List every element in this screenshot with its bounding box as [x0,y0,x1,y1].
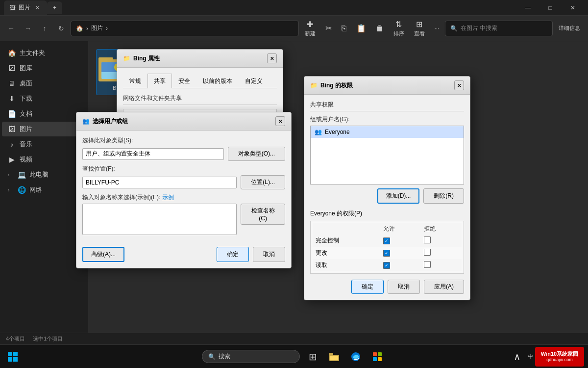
new-tab-btn[interactable]: + [47,1,62,14]
perm-change-deny[interactable] [421,247,462,259]
group-label: 组或用户名(G): [310,115,464,124]
tab-pictures[interactable]: 🖼 图片 ✕ [4,0,47,15]
add-user-btn[interactable]: 添加(D)... [377,188,420,204]
maximize-btn[interactable]: □ [539,0,562,16]
everyone-label: Everyone [325,129,350,135]
paste-button[interactable]: 📋 [352,22,370,35]
item-count: 4个项目 [6,335,25,342]
edge-btn[interactable] [347,348,365,366]
new-button[interactable]: ✚ 新建 [301,18,319,39]
permissions-table: 允许 拒绝 完全控制 ✓ 更改 ✓ [313,223,462,271]
col-perm-name [313,223,380,235]
select-user-close-btn[interactable]: ✕ [275,116,285,126]
copy-button[interactable]: ⎘ [338,22,350,35]
taskbar-search[interactable]: 🔍 搜索 [202,350,300,363]
address-separator2: › [106,25,108,32]
select-user-ok-btn[interactable]: 确定 [217,247,249,262]
perm-read-deny[interactable] [421,259,462,271]
ok-cancel-row: 确定 取消 [217,247,285,262]
sort-icon: ⇅ [395,20,402,29]
tab-icon: 🖼 [10,4,16,11]
forward-btn[interactable]: → [21,21,35,36]
cut-button[interactable]: ✂ [321,22,336,35]
group-list[interactable]: 👥 Everyone [310,126,464,184]
check-name-btn[interactable]: 检查名称(C) [241,204,285,225]
expand-icon: › [8,187,14,193]
perm-read-allow[interactable]: ✓ [380,259,421,271]
object-type-input[interactable] [82,148,224,160]
svg-rect-10 [329,353,333,356]
cut-icon: ✂ [325,24,332,33]
start-button[interactable] [4,348,22,366]
minimize-btn[interactable]: — [516,0,539,16]
bing-perms-apply-btn[interactable]: 应用(A) [424,280,464,294]
address-separator: › [86,25,88,32]
windows-logo-icon [7,351,18,362]
perm-full-deny[interactable] [421,235,462,247]
view-button[interactable]: ⊞ 查看 [410,18,429,39]
search-field[interactable]: 🔍 在图片 中搜索 [445,21,553,36]
sidebar-item-gallery[interactable]: 🖼 图库 [2,61,86,76]
perm-full-allow[interactable]: ✓ [380,235,421,247]
address-home-icon: 🏠 [76,25,83,32]
group-everyone[interactable]: 👥 Everyone [311,126,464,138]
example-link[interactable]: 示例 [162,194,174,201]
remove-user-btn[interactable]: 删除(R) [423,188,464,204]
bing-perms-close-btn[interactable]: ✕ [454,80,464,90]
sidebar-item-downloads[interactable]: ⬇ 下载 [2,91,86,106]
sidebar-item-network[interactable]: › 🌐 网络 [2,183,86,197]
title-bar-left: 🖼 图片 ✕ + [4,0,62,15]
refresh-btn[interactable]: ↻ [54,21,69,36]
bing-perms-content: 共享权限 组或用户名(G): 👥 Everyone 添加(D)... 删除(R)… [304,95,470,300]
address-path: 图片 [91,24,103,32]
search-icon: 🔍 [450,25,458,32]
sidebar-item-computer[interactable]: › 💻 此电脑 [2,167,86,182]
tab-close-btn[interactable]: ✕ [33,4,41,12]
tab-share[interactable]: 共享 [147,74,172,88]
select-user-title-bar: 👥 选择用户或组 ✕ [76,112,291,131]
sidebar-item-label: 下载 [20,94,32,103]
object-type-btn[interactable]: 对象类型(O)... [228,147,285,161]
name-input[interactable] [82,204,237,235]
advanced-btn[interactable]: 高级(A)... [82,247,124,262]
store-btn[interactable] [368,348,386,366]
more-button[interactable]: ··· [431,24,443,33]
sidebar-item-home[interactable]: 🏠 主文件夹 [2,46,86,60]
perm-change-allow[interactable]: ✓ [380,247,421,259]
detail-button[interactable]: 详细信息 [555,23,584,34]
svg-rect-1 [98,57,113,61]
tab-bar: 🖼 图片 ✕ + [4,0,62,15]
file-explorer-taskbar-btn[interactable] [325,348,343,366]
lang-indicator[interactable]: 中 [528,353,533,360]
sidebar-item-pictures[interactable]: 🖼 图片 [2,122,86,136]
sidebar-item-music[interactable]: ♪ 音乐 [2,137,86,152]
task-view-btn[interactable]: ⊞ [304,348,321,366]
sidebar-item-desktop[interactable]: 🖥 桌面 [2,76,86,91]
sidebar-item-documents[interactable]: 📄 文档 [2,106,86,121]
svg-rect-5 [8,352,12,356]
show-hidden-icons[interactable]: ∧ [508,348,526,366]
delete-button[interactable]: 🗑 [372,22,388,35]
location-btn[interactable]: 位置(L)... [241,175,285,189]
back-btn[interactable]: ← [4,21,19,36]
bing-perms-cancel-btn[interactable]: 取消 [388,280,420,294]
tab-custom[interactable]: 自定义 [239,74,269,88]
bing-props-close-btn[interactable]: ✕ [267,53,277,63]
tab-prev-versions[interactable]: 以前的版本 [196,74,239,88]
address-bar[interactable]: 🏠 › 图片 › [71,21,299,36]
bing-perms-ok-btn[interactable]: 确定 [351,280,384,294]
tab-general[interactable]: 常规 [123,74,147,88]
sort-button[interactable]: ⇅ 排序 [390,18,408,39]
win10-logo-area[interactable]: Win10系统家园 qdhuajin.com [535,347,584,367]
paste-icon: 📋 [356,24,366,33]
select-user-cancel-btn[interactable]: 取消 [253,247,285,262]
perm-row-change: 更改 ✓ [313,247,462,259]
sidebar-item-videos[interactable]: ▶ 视频 [2,152,86,167]
desktop-icon: 🖥 [8,79,16,87]
perms-table-label: Everyone 的权限(P) [310,210,464,218]
videos-icon: ▶ [8,156,16,163]
close-btn[interactable]: ✕ [562,0,584,16]
location-input[interactable] [82,177,237,188]
up-btn[interactable]: ↑ [37,21,52,36]
tab-security[interactable]: 安全 [172,74,196,88]
